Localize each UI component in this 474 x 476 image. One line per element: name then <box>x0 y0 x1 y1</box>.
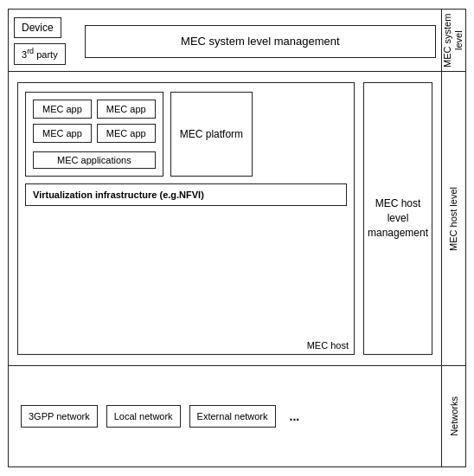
side-label-networks: Networks <box>441 366 465 466</box>
network-box-3gpp: 3GPP network <box>21 405 98 428</box>
mec-app-box-4: MEC app <box>97 124 156 143</box>
system-level-label: MEC system level <box>442 10 464 71</box>
tier-system-content: Device 3rd party MEC system level manage… <box>9 10 441 71</box>
network-box-local: Local network <box>106 405 181 428</box>
mec-applications-label: MEC applications <box>33 151 156 169</box>
mec-app-box-3: MEC app <box>33 124 92 143</box>
tier-host-content: MEC app MEC app MEC app MEC app MEC appl… <box>9 72 441 365</box>
mec-host-label: MEC host <box>307 340 349 351</box>
host-level-label: MEC host level <box>448 187 459 251</box>
mec-system-mgmt-label: MEC system level management <box>181 35 340 48</box>
third-party-label: 3rd party <box>22 49 58 60</box>
mec-platform-box: MEC platform <box>170 92 253 177</box>
third-party-box: 3rd party <box>14 43 66 66</box>
mec-system-mgmt-box: MEC system level management <box>85 25 436 58</box>
network-box-external: External network <box>189 405 276 428</box>
ellipsis: ... <box>285 404 305 428</box>
networks-label: Networks <box>449 396 459 436</box>
mec-app-box-2: MEC app <box>97 100 156 119</box>
mec-inner-row: MEC app MEC app MEC app MEC app MEC appl… <box>25 92 347 177</box>
mec-host-outer: MEC app MEC app MEC app MEC app MEC appl… <box>17 82 355 355</box>
side-label-host: MEC host level <box>441 72 465 365</box>
mec-app-box-1: MEC app <box>33 100 92 119</box>
tier-host: MEC app MEC app MEC app MEC app MEC appl… <box>9 72 465 366</box>
mec-app-row-1: MEC app MEC app <box>33 100 156 119</box>
virtualization-box: Virtualization infrastructure (e.g.NFVI) <box>25 183 347 206</box>
mec-apps-area: MEC app MEC app MEC app MEC app MEC appl… <box>25 92 163 177</box>
device-box: Device <box>14 17 61 38</box>
side-label-system: MEC system level <box>441 10 465 71</box>
mec-host-mgmt-box: MEC host level management <box>363 82 432 355</box>
tier-networks-content: 3GPP network Local network External netw… <box>9 366 441 466</box>
tier-system: Device 3rd party MEC system level manage… <box>9 10 465 72</box>
architecture-diagram: Device 3rd party MEC system level manage… <box>8 9 466 467</box>
mec-app-row-2: MEC app MEC app <box>33 124 156 143</box>
tier-networks: 3GPP network Local network External netw… <box>9 366 465 466</box>
